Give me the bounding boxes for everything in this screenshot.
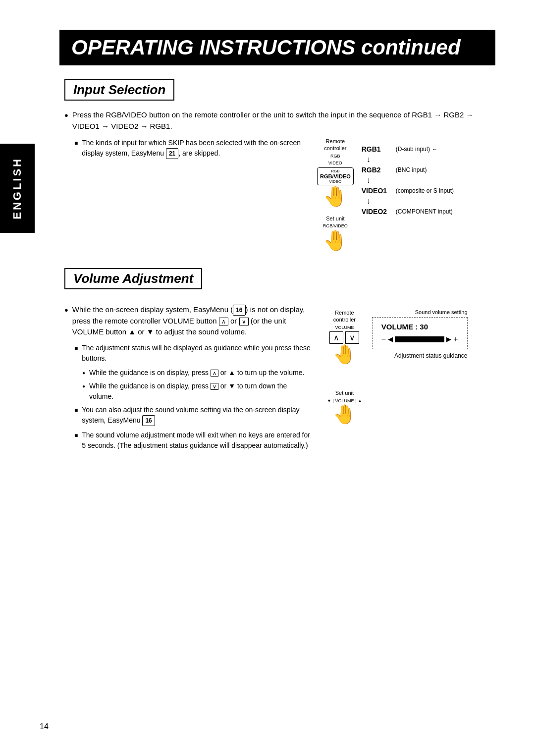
volume-display-area: Remotecontroller VOLUME ∧ ∨ 🤚 Set unit: [327, 304, 495, 424]
vol-remote-hand: 🤚: [333, 345, 356, 364]
vol-remote-col: Remotecontroller VOLUME ∧ ∨ 🤚 Set unit: [327, 309, 362, 424]
vol-set-col: Set unit ▼ [ VOLUME ] ▲ 🤚: [327, 389, 362, 424]
volume-section-layout: While the on-screen display system, Easy…: [64, 304, 495, 455]
video1-line: VIDEO1 (composite or S input): [362, 187, 454, 195]
vol-remote-label: Remotecontroller VOLUME: [333, 309, 356, 330]
easymenu-16-btn-1: 16: [233, 305, 245, 316]
input-lines: RGB1 (D-sub input) ← ↓ RGB2 (BNC input) …: [362, 138, 454, 224]
minus-sign: −: [381, 335, 386, 344]
volume-box: VOLUME : 30 − ◀ ▶ +: [372, 317, 468, 349]
page-title: OPERATING INSTRUCTIONS continued: [71, 36, 483, 59]
rgb2-desc: (BNC input): [396, 166, 427, 173]
volume-bar: [395, 336, 444, 342]
volume-adjustment-title-box: Volume Adjustment: [64, 268, 202, 289]
volume-up-sub: While the guidance is on display, press …: [64, 368, 312, 378]
vol-remote-btns: ∧ ∨: [329, 331, 359, 344]
remote-hand-icon: 🤚: [323, 186, 348, 206]
right-arrow-vol: ▶: [446, 335, 451, 343]
volume-down-btn: ∨: [239, 318, 249, 325]
vol-down-remote: ∨: [345, 331, 359, 344]
arrow2: ↓: [362, 176, 454, 185]
plus-sign: +: [453, 335, 458, 344]
up-btn-inline: ∧: [211, 370, 218, 377]
video2-name: VIDEO2: [362, 208, 394, 216]
unit-diagram: Set unit RGB/VIDEO 🤚: [323, 215, 348, 250]
volume-exit-bullet: The sound volume adjustment mode will ex…: [64, 430, 312, 451]
set-unit-label: Set unit RGB/VIDEO: [323, 215, 348, 229]
down-btn-inline: ∨: [211, 383, 218, 390]
volume-bar-row: − ◀ ▶ +: [381, 335, 458, 344]
volume-up-btn: ∧: [219, 318, 228, 325]
arrow1: ↓: [362, 155, 454, 164]
volume-adjustment-title: Volume Adjustment: [73, 271, 193, 286]
page-number: 14: [40, 722, 49, 731]
volume-down-sub: While the guidance is on display, press …: [64, 381, 312, 402]
sound-volume-label: Sound volume setting: [412, 309, 468, 315]
set-unit-hand-icon: 🤚: [323, 230, 348, 250]
input-section-layout: The kinds of input for which SKIP has be…: [64, 138, 495, 250]
vol-set-hand: 🤚: [333, 405, 356, 424]
controller-diagram: Remotecontroller RGBVIDEO RGB RGB/VIDEO …: [317, 138, 354, 250]
easymenu-21-btn: 21: [166, 148, 178, 159]
rgb-video-button: RGB RGB/VIDEO VIDEO: [317, 167, 354, 185]
input-selection-title: Input Selection: [73, 82, 165, 98]
volume-easymenu-bullet: You can also adjust the sound volume set…: [64, 405, 312, 426]
volume-guidance-bullet: The adjustment status will be displayed …: [64, 343, 312, 364]
vol-up-remote: ∧: [329, 331, 343, 344]
video1-desc: (composite or S input): [396, 187, 454, 194]
rgb1-desc: (D-sub input) ←: [396, 146, 438, 153]
video2-desc: (COMPONENT input): [396, 208, 453, 215]
easymenu-16-btn-2: 16: [142, 415, 155, 426]
input-selection-section: Input Selection Press the RGB/VIDEO butt…: [59, 79, 495, 250]
volume-diagram-row: Remotecontroller VOLUME ∧ ∨ 🤚 Set unit: [327, 309, 468, 424]
input-left-col: The kinds of input for which SKIP has be…: [64, 138, 302, 250]
video1-name: VIDEO1: [362, 187, 394, 195]
header-banner: OPERATING INSTRUCTIONS continued: [59, 30, 495, 65]
video2-line: VIDEO2 (COMPONENT input): [362, 208, 454, 216]
rgb2-name: RGB2: [362, 166, 394, 174]
input-right-col: Remotecontroller RGBVIDEO RGB RGB/VIDEO …: [317, 138, 495, 250]
page: ENGLISH OPERATING INSTRUCTIONS continued…: [0, 0, 535, 756]
rgb2-line: RGB2 (BNC input): [362, 166, 454, 174]
input-diagram: Remotecontroller RGBVIDEO RGB RGB/VIDEO …: [317, 138, 454, 250]
input-selection-bullet1: Press the RGB/VIDEO button on the remote…: [64, 109, 495, 132]
remote-controller-label: Remotecontroller RGBVIDEO: [324, 138, 346, 166]
sidebar-english: ENGLISH: [0, 144, 35, 233]
rgb1-name: RGB1: [362, 145, 394, 153]
left-arrow-vol: ◀: [388, 335, 393, 343]
vol-set-unit-label: Set unit ▼ [ VOLUME ] ▲: [327, 389, 362, 404]
adj-status-label: Adjustment status guidance: [372, 352, 468, 359]
volume-adjustment-section: Volume Adjustment While the on-screen di…: [59, 268, 495, 455]
volume-text: VOLUME : 30: [381, 323, 458, 331]
volume-right-col: Remotecontroller VOLUME ∧ ∨ 🤚 Set unit: [327, 304, 495, 455]
input-selection-title-box: Input Selection: [64, 79, 174, 101]
volume-left-col: While the on-screen display system, Easy…: [64, 304, 312, 455]
volume-box-col: Sound volume setting VOLUME : 30 − ◀ ▶ +: [372, 309, 468, 359]
sidebar-label: ENGLISH: [11, 157, 24, 219]
rgb1-line: RGB1 (D-sub input) ←: [362, 145, 454, 153]
volume-bullet1: While the on-screen display system, Easy…: [64, 304, 312, 338]
arrow3: ↓: [362, 197, 454, 206]
input-skip-bullet: The kinds of input for which SKIP has be…: [64, 138, 302, 159]
